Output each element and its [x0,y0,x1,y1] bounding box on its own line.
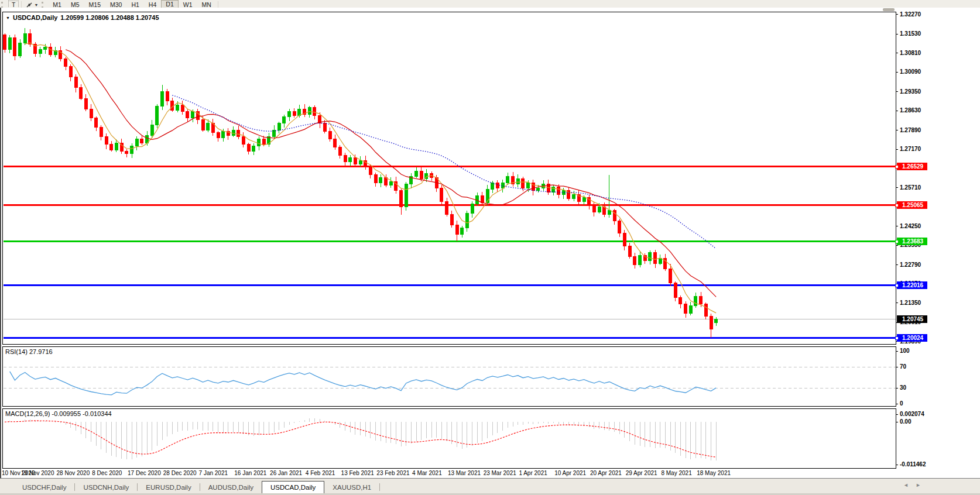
horizontal-level-lines[interactable] [4,166,896,338]
macd-pane-border [2,408,896,468]
main-pane-border [2,12,896,344]
level-price-badge[interactable]: 1.23683 [897,238,927,245]
level-drag-handle[interactable] [895,204,899,207]
ma-mid-line [66,50,716,297]
current-price-badge: 1.20745 [897,315,927,323]
chart-ohlc-values: 1.20599 1.20806 1.20488 1.20745 [60,14,159,21]
level-price-badge[interactable]: 1.20024 [897,334,927,342]
rsi-pane-border [2,346,896,406]
level-price-badge[interactable]: 1.26529 [897,163,927,170]
chart-title: ▼ USDCAD,Daily 1.20599 1.20806 1.20488 1… [6,14,159,21]
collapse-arrow-icon[interactable]: ▼ [6,15,10,21]
macd-histogram [5,418,716,460]
level-drag-handle[interactable] [895,240,899,243]
level-drag-handle[interactable] [895,165,899,169]
level-price-badge[interactable]: 1.22016 [897,281,927,289]
level-drag-handle[interactable] [895,336,899,340]
level-price-badge[interactable]: 1.25065 [897,201,927,209]
level-drag-handle[interactable] [895,284,899,287]
candles-group[interactable] [4,28,718,338]
rsi-line [10,372,717,395]
rsi-guide-lines [4,367,896,388]
rsi-indicator-label: RSI(14) 27.9716 [5,348,53,355]
chart-symbol-label: USDCAD,Daily [13,14,57,21]
ma-slow-line [172,95,716,249]
macd-indicator-label: MACD(12,26,9) -0.009955 -0.010344 [5,410,112,417]
chart-graphics [0,0,980,495]
terminal-window: T ▼ M1M5M15M30H1H4D1W1MN ▼ USDCAD,Daily … [0,0,980,495]
